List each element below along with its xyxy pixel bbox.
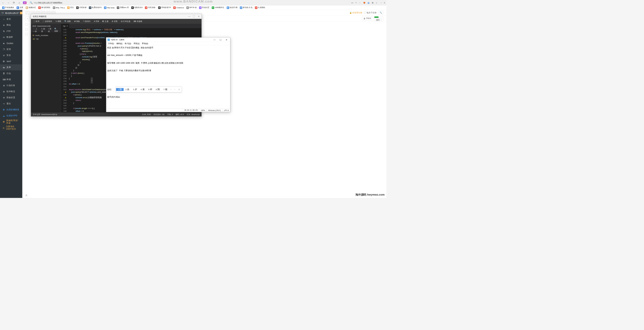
bookmark-item[interactable]: ◆查询授权TR <box>157 6 172 9</box>
editor-toolbar-button[interactable]: ⬚ 全部保存 <box>41 19 54 23</box>
bookmark-item[interactable]: ◆Chaintool <box>172 6 185 9</box>
editor-toolbar-button[interactable]: ◐ 主题 <box>101 19 110 23</box>
bookmark-item[interactable]: ◆麦克风测试 <box>37 6 51 9</box>
ime-prev-icon[interactable]: ‹ <box>169 88 173 91</box>
editor-toolbar-button[interactable]: ⌨ 快捷键 <box>132 19 144 23</box>
bookmark-item[interactable]: ◆登链社区 <box>198 6 210 9</box>
collapse-handle-icon[interactable]: ‹ <box>91 78 93 84</box>
sidebar-item[interactable]: 🗀文件 <box>0 64 22 70</box>
bookmark-item[interactable]: ◆BIP39 助 <box>185 6 197 9</box>
ime-candidate[interactable]: 2 虽 <box>124 88 131 91</box>
ime-candidate[interactable]: 7 穗 <box>162 88 169 91</box>
sidebar-item[interactable]: ⊞软件商店 <box>0 89 22 95</box>
minimize-button[interactable]: — <box>188 15 190 18</box>
row-checkbox[interactable] <box>25 33 27 35</box>
menu-item[interactable]: 查看(V) <box>133 42 140 45</box>
bookmark-item[interactable]: ◆1688刷评论 <box>211 6 225 9</box>
sidebar-item[interactable]: ☁抗投诉VPS <box>0 113 22 119</box>
editor-toolbar-button[interactable]: ⇄ 替换 <box>73 19 81 23</box>
row-checkbox[interactable] <box>25 28 27 30</box>
sidebar-item[interactable]: ⛁数据库 <box>0 34 22 40</box>
sidebar-item[interactable]: ❒监控 <box>0 46 22 52</box>
menu-icon[interactable]: ≡ <box>384 2 385 4</box>
ime-candidate[interactable]: 1 随 <box>116 88 124 91</box>
ext2-icon[interactable]: ⊞ <box>372 2 374 4</box>
bookmark-item[interactable]: ◆Bitly. The p <box>52 6 66 9</box>
sidebar-item[interactable]: ⇅FTP <box>0 28 22 34</box>
sidebar-item[interactable]: ⌨终端 <box>0 77 22 83</box>
recycle-button[interactable]: 🗑 回收站 <box>362 16 373 21</box>
close-button[interactable]: ✕ <box>224 38 230 42</box>
close-button[interactable]: ✕ <box>198 15 200 18</box>
send-icon[interactable]: → <box>380 2 382 4</box>
bookmark-item[interactable]: ◆黑帽seo-黑 <box>116 6 130 9</box>
bookmark-item[interactable]: ◆垃圾刷粉 <box>254 6 266 9</box>
sidebar-item[interactable]: ⊘安全 <box>0 52 22 58</box>
add-icon[interactable]: + <box>355 2 357 4</box>
minimize-button[interactable]: — <box>212 38 218 42</box>
sidebar-item[interactable]: ⛨跳板机/安全/高速 <box>0 119 22 125</box>
maximize-button[interactable]: ☐ <box>218 38 224 42</box>
back-button[interactable]: ← <box>1 1 5 4</box>
menu-item[interactable]: 文件(F) <box>107 42 115 45</box>
bookmark-icon[interactable]: ☆ <box>376 2 378 4</box>
site-info-icon[interactable]: 🔍 <box>30 1 33 4</box>
bookmark-item[interactable]: ◆代码加密- <box>144 6 157 9</box>
maximize-button[interactable]: ⛶ <box>193 15 195 18</box>
ime-candidate[interactable]: 5 碎 <box>146 88 154 91</box>
toolbar-pill[interactable]: ↑ <box>25 16 30 21</box>
bookmark-item[interactable]: ◆代码加密 <box>75 6 87 9</box>
bookmark-item[interactable]: ◆百度 <box>16 6 24 9</box>
sidebar-item[interactable]: ◈Docker <box>0 40 22 46</box>
menu-item[interactable]: 帮助(H) <box>141 42 149 45</box>
mini-tab[interactable] <box>25 11 30 14</box>
notepad-body[interactable]: 然后 如果有代币大于你设置的阈值 就会自动提币 var max_amount =… <box>106 45 230 108</box>
file-tab[interactable]: f.js ✕ <box>61 24 69 28</box>
editor-toolbar-button[interactable]: ⬚ 保存 <box>32 19 41 23</box>
search-icon[interactable]: 🔍 <box>378 11 383 15</box>
sidebar-item[interactable]: ⛨抗投诉服务器 <box>0 107 22 113</box>
editor-toolbar-button[interactable]: 🔍 搜索 <box>63 19 72 23</box>
sidebar-item[interactable]: ⊕网站 <box>0 22 22 28</box>
ai-badge[interactable]: AI <box>23 1 26 4</box>
close-tab-icon[interactable]: ✕ <box>66 25 68 27</box>
tree-item[interactable]: JSf.js <box>32 37 59 41</box>
bookmark-item[interactable]: ◆手机收藏夹 <box>1 6 15 9</box>
sidebar-item[interactable]: ⛨WAF <box>0 58 22 64</box>
bookmark-item[interactable]: ◆收藏夹栏 <box>25 6 37 9</box>
ime-candidate[interactable]: 6 隋 <box>154 88 162 91</box>
ime-emoji-icon[interactable]: ☺ <box>177 88 182 91</box>
editor-toolbar-button[interactable]: ↻ 刷新 <box>54 19 63 23</box>
ime-candidate-bar[interactable]: 1 随2 虽3 岁4 遂5 碎6 隋7 穗‹›☺ <box>116 87 182 92</box>
bookmark-item[interactable]: ◆http://pay <box>103 6 115 9</box>
sidebar-item[interactable]: ↪退出 <box>0 101 22 107</box>
bookmark-item[interactable]: ◆推特粉-文化 <box>239 6 254 9</box>
menu-item[interactable]: 编辑(E) <box>115 42 123 45</box>
sidebar-item[interactable]: ⌂首页 <box>0 16 22 22</box>
fox-icon[interactable]: 🦊 <box>363 2 366 4</box>
menu-item[interactable]: 格式(O) <box>124 42 132 45</box>
sidebar-item[interactable]: ◎注册域名USDT支付 <box>0 125 22 131</box>
subdir-checkbox[interactable]: 包含子目录 <box>364 11 377 14</box>
editor-toolbar-button[interactable]: ↷ 跳转行 <box>82 19 92 23</box>
key-icon[interactable]: ⊶ <box>351 2 353 4</box>
ime-next-icon[interactable]: › <box>173 88 177 91</box>
bookmark-item[interactable]: ◆粉丝库/刷 <box>226 6 238 9</box>
tree-item[interactable]: 🗀node_modules <box>32 33 59 37</box>
home-button[interactable]: ⌂ <box>18 1 21 4</box>
editor-toolbar-button[interactable]: ⚙ 设置 <box>110 19 119 23</box>
ime-candidate[interactable]: 3 岁 <box>131 88 139 91</box>
bookmark-item[interactable]: ◆福彩快乐8 <box>130 6 143 9</box>
sidebar-item[interactable]: ≣日志 <box>0 70 22 77</box>
ime-candidate[interactable]: 4 遂 <box>139 88 146 91</box>
bookmark-item[interactable]: ◆首页 <box>66 6 75 9</box>
editor-toolbar-button[interactable]: 🗀 文件足迹 <box>119 19 132 23</box>
bookmark-item[interactable]: ◆免费在线PS <box>88 6 103 9</box>
more-icon[interactable]: ⋯ <box>359 2 361 4</box>
ext1-icon[interactable]: ▦ <box>368 2 370 4</box>
forward-button[interactable]: → <box>7 1 10 4</box>
row-checkbox[interactable] <box>25 23 27 25</box>
editor-toolbar-button[interactable]: A 字体 <box>92 19 101 23</box>
sidebar-item[interactable]: ⚙面板设置 <box>0 95 22 101</box>
sidebar-item[interactable]: ⧗计划任务 <box>0 83 22 89</box>
